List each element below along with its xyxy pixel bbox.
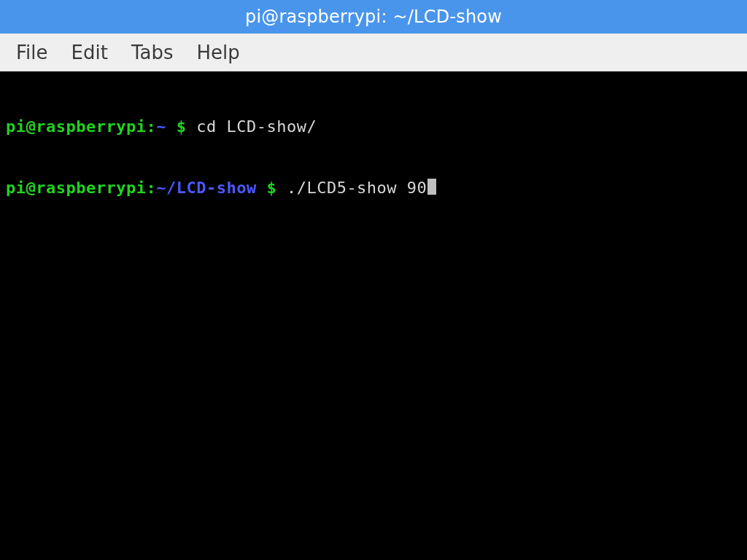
- window-titlebar: pi@raspberrypi: ~/LCD-show: [0, 0, 747, 34]
- terminal-line: pi@raspberrypi:~ $ cd LCD-show/: [6, 117, 741, 137]
- command-text: cd LCD-show/: [196, 117, 317, 136]
- prompt-dollar: $: [257, 179, 287, 197]
- terminal-line: pi@raspberrypi:~/LCD-show $ ./LCD5-show …: [6, 178, 741, 198]
- menu-file[interactable]: File: [7, 37, 57, 68]
- prompt-user: pi: [6, 117, 26, 136]
- menubar: File Edit Tabs Help: [0, 34, 747, 71]
- prompt-host: raspberrypi: [36, 179, 146, 197]
- prompt-host: raspberrypi: [36, 117, 146, 136]
- menu-edit[interactable]: Edit: [63, 37, 117, 68]
- command-text: ./LCD5-show 90: [287, 179, 427, 197]
- menu-help[interactable]: Help: [187, 37, 248, 68]
- prompt-colon: :: [146, 179, 156, 197]
- prompt-at: @: [26, 117, 36, 136]
- menu-tabs[interactable]: Tabs: [123, 37, 182, 68]
- prompt-path: ~: [156, 117, 166, 136]
- prompt-user: pi: [6, 179, 26, 197]
- cursor-block-icon: [427, 179, 436, 195]
- prompt-dollar: $: [166, 117, 196, 136]
- window-title: pi@raspberrypi: ~/LCD-show: [245, 7, 502, 27]
- prompt-at: @: [26, 179, 36, 197]
- prompt-colon: :: [146, 117, 156, 136]
- prompt-path: ~/LCD-show: [156, 179, 256, 197]
- terminal-window: pi@raspberrypi: ~/LCD-show File Edit Tab…: [0, 0, 747, 560]
- terminal-area[interactable]: pi@raspberrypi:~ $ cd LCD-show/ pi@raspb…: [0, 71, 747, 560]
